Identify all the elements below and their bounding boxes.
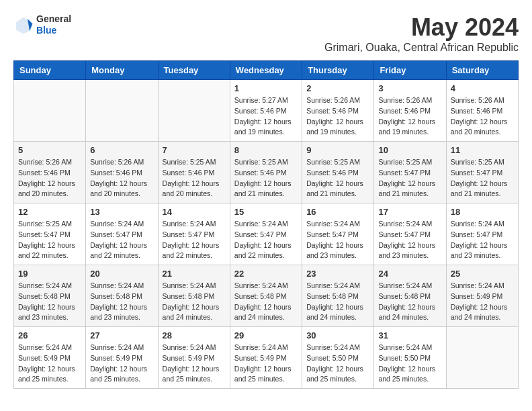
day-info: Sunrise: 5:24 AM Sunset: 5:50 PM Dayligh… xyxy=(306,342,369,385)
day-number: 29 xyxy=(234,330,298,340)
calendar-cell xyxy=(158,80,230,142)
weekday-header: Sunday xyxy=(14,61,86,80)
day-number: 10 xyxy=(378,145,441,155)
day-number: 7 xyxy=(163,145,226,155)
day-info: Sunrise: 5:25 AM Sunset: 5:46 PM Dayligh… xyxy=(306,157,369,199)
calendar-cell: 8Sunrise: 5:25 AM Sunset: 5:46 PM Daylig… xyxy=(230,142,302,203)
day-info: Sunrise: 5:27 AM Sunset: 5:46 PM Dayligh… xyxy=(234,95,298,138)
day-info: Sunrise: 5:24 AM Sunset: 5:49 PM Dayligh… xyxy=(18,342,81,385)
day-number: 18 xyxy=(451,207,514,217)
calendar-cell: 27Sunrise: 5:24 AM Sunset: 5:49 PM Dayli… xyxy=(86,327,158,389)
calendar-cell: 2Sunrise: 5:26 AM Sunset: 5:46 PM Daylig… xyxy=(302,80,374,142)
calendar-week-row: 1Sunrise: 5:27 AM Sunset: 5:46 PM Daylig… xyxy=(14,80,519,142)
month-title: May 2024 xyxy=(324,13,519,42)
page-header: General Blue May 2024 Grimari, Ouaka, Ce… xyxy=(13,13,519,54)
calendar-cell: 5Sunrise: 5:26 AM Sunset: 5:46 PM Daylig… xyxy=(14,142,86,203)
day-number: 31 xyxy=(378,330,441,340)
calendar-cell: 21Sunrise: 5:24 AM Sunset: 5:48 PM Dayli… xyxy=(158,265,230,327)
calendar-cell xyxy=(14,80,86,142)
calendar-body: 1Sunrise: 5:27 AM Sunset: 5:46 PM Daylig… xyxy=(14,80,519,389)
day-info: Sunrise: 5:25 AM Sunset: 5:47 PM Dayligh… xyxy=(378,157,441,199)
day-number: 27 xyxy=(90,330,153,340)
logo-blue-text: Blue xyxy=(36,25,71,36)
day-number: 6 xyxy=(90,145,153,155)
day-info: Sunrise: 5:25 AM Sunset: 5:46 PM Dayligh… xyxy=(163,157,226,199)
day-info: Sunrise: 5:24 AM Sunset: 5:47 PM Dayligh… xyxy=(451,219,514,261)
weekday-header: Monday xyxy=(86,61,158,80)
calendar-cell: 28Sunrise: 5:24 AM Sunset: 5:49 PM Dayli… xyxy=(158,327,230,389)
day-number: 19 xyxy=(18,269,81,279)
day-number: 3 xyxy=(378,83,441,93)
day-number: 15 xyxy=(234,207,298,217)
day-number: 8 xyxy=(234,145,298,155)
logo-text: General Blue xyxy=(36,13,71,36)
calendar-cell: 25Sunrise: 5:24 AM Sunset: 5:49 PM Dayli… xyxy=(446,265,518,327)
calendar-cell: 16Sunrise: 5:24 AM Sunset: 5:47 PM Dayli… xyxy=(302,203,374,265)
day-info: Sunrise: 5:24 AM Sunset: 5:47 PM Dayligh… xyxy=(90,219,153,261)
day-info: Sunrise: 5:24 AM Sunset: 5:49 PM Dayligh… xyxy=(451,281,514,323)
day-number: 2 xyxy=(306,83,369,93)
calendar-cell: 17Sunrise: 5:24 AM Sunset: 5:47 PM Dayli… xyxy=(374,203,446,265)
day-info: Sunrise: 5:26 AM Sunset: 5:46 PM Dayligh… xyxy=(90,157,153,199)
calendar-week-row: 12Sunrise: 5:25 AM Sunset: 5:47 PM Dayli… xyxy=(14,203,519,265)
calendar-cell xyxy=(86,80,158,142)
day-number: 25 xyxy=(451,269,514,279)
calendar-week-row: 5Sunrise: 5:26 AM Sunset: 5:46 PM Daylig… xyxy=(14,142,519,203)
calendar-cell: 10Sunrise: 5:25 AM Sunset: 5:47 PM Dayli… xyxy=(374,142,446,203)
day-number: 1 xyxy=(234,83,298,93)
calendar-cell: 6Sunrise: 5:26 AM Sunset: 5:46 PM Daylig… xyxy=(86,142,158,203)
calendar-cell: 23Sunrise: 5:24 AM Sunset: 5:48 PM Dayli… xyxy=(302,265,374,327)
day-info: Sunrise: 5:24 AM Sunset: 5:47 PM Dayligh… xyxy=(378,219,441,261)
calendar-cell: 29Sunrise: 5:24 AM Sunset: 5:49 PM Dayli… xyxy=(230,327,302,389)
logo-general-text: General xyxy=(36,13,71,25)
weekday-row: SundayMondayTuesdayWednesdayThursdayFrid… xyxy=(14,61,519,80)
weekday-header: Friday xyxy=(374,61,446,80)
day-info: Sunrise: 5:24 AM Sunset: 5:49 PM Dayligh… xyxy=(163,342,226,385)
calendar-cell: 30Sunrise: 5:24 AM Sunset: 5:50 PM Dayli… xyxy=(302,327,374,389)
day-info: Sunrise: 5:25 AM Sunset: 5:47 PM Dayligh… xyxy=(18,219,81,261)
day-number: 20 xyxy=(90,269,153,279)
day-number: 28 xyxy=(163,330,226,340)
calendar-week-row: 19Sunrise: 5:24 AM Sunset: 5:48 PM Dayli… xyxy=(14,265,519,327)
calendar-cell: 9Sunrise: 5:25 AM Sunset: 5:46 PM Daylig… xyxy=(302,142,374,203)
calendar-cell: 14Sunrise: 5:24 AM Sunset: 5:47 PM Dayli… xyxy=(158,203,230,265)
day-number: 16 xyxy=(306,207,369,217)
day-info: Sunrise: 5:24 AM Sunset: 5:48 PM Dayligh… xyxy=(378,281,441,323)
calendar-week-row: 26Sunrise: 5:24 AM Sunset: 5:49 PM Dayli… xyxy=(14,327,519,389)
day-number: 11 xyxy=(451,145,514,155)
weekday-header: Thursday xyxy=(302,61,374,80)
weekday-header: Wednesday xyxy=(230,61,302,80)
day-info: Sunrise: 5:24 AM Sunset: 5:49 PM Dayligh… xyxy=(234,342,298,385)
day-info: Sunrise: 5:25 AM Sunset: 5:46 PM Dayligh… xyxy=(234,157,298,199)
day-number: 23 xyxy=(306,269,369,279)
calendar-cell: 7Sunrise: 5:25 AM Sunset: 5:46 PM Daylig… xyxy=(158,142,230,203)
calendar-cell: 3Sunrise: 5:26 AM Sunset: 5:46 PM Daylig… xyxy=(374,80,446,142)
day-info: Sunrise: 5:26 AM Sunset: 5:46 PM Dayligh… xyxy=(451,95,514,138)
day-info: Sunrise: 5:24 AM Sunset: 5:48 PM Dayligh… xyxy=(90,281,153,323)
day-number: 12 xyxy=(18,207,81,217)
day-info: Sunrise: 5:26 AM Sunset: 5:46 PM Dayligh… xyxy=(306,95,369,138)
day-info: Sunrise: 5:24 AM Sunset: 5:48 PM Dayligh… xyxy=(234,281,298,323)
calendar-table: SundayMondayTuesdayWednesdayThursdayFrid… xyxy=(13,60,519,389)
day-info: Sunrise: 5:24 AM Sunset: 5:48 PM Dayligh… xyxy=(306,281,369,323)
calendar-cell: 18Sunrise: 5:24 AM Sunset: 5:47 PM Dayli… xyxy=(446,203,518,265)
logo: General Blue xyxy=(13,13,71,36)
calendar-cell: 26Sunrise: 5:24 AM Sunset: 5:49 PM Dayli… xyxy=(14,327,86,389)
calendar-cell: 22Sunrise: 5:24 AM Sunset: 5:48 PM Dayli… xyxy=(230,265,302,327)
day-number: 21 xyxy=(163,269,226,279)
location-title: Grimari, Ouaka, Central African Republic xyxy=(324,42,519,54)
calendar-cell xyxy=(446,327,518,389)
calendar-cell: 4Sunrise: 5:26 AM Sunset: 5:46 PM Daylig… xyxy=(446,80,518,142)
day-number: 26 xyxy=(18,330,81,340)
calendar-header: SundayMondayTuesdayWednesdayThursdayFrid… xyxy=(14,61,519,80)
calendar-cell: 19Sunrise: 5:24 AM Sunset: 5:48 PM Dayli… xyxy=(14,265,86,327)
calendar-cell: 31Sunrise: 5:24 AM Sunset: 5:50 PM Dayli… xyxy=(374,327,446,389)
day-number: 30 xyxy=(306,330,369,340)
day-info: Sunrise: 5:26 AM Sunset: 5:46 PM Dayligh… xyxy=(378,95,441,138)
day-number: 24 xyxy=(378,269,441,279)
day-info: Sunrise: 5:25 AM Sunset: 5:47 PM Dayligh… xyxy=(451,157,514,199)
calendar-cell: 11Sunrise: 5:25 AM Sunset: 5:47 PM Dayli… xyxy=(446,142,518,203)
day-info: Sunrise: 5:24 AM Sunset: 5:47 PM Dayligh… xyxy=(163,219,226,261)
day-number: 13 xyxy=(90,207,153,217)
calendar-cell: 1Sunrise: 5:27 AM Sunset: 5:46 PM Daylig… xyxy=(230,80,302,142)
